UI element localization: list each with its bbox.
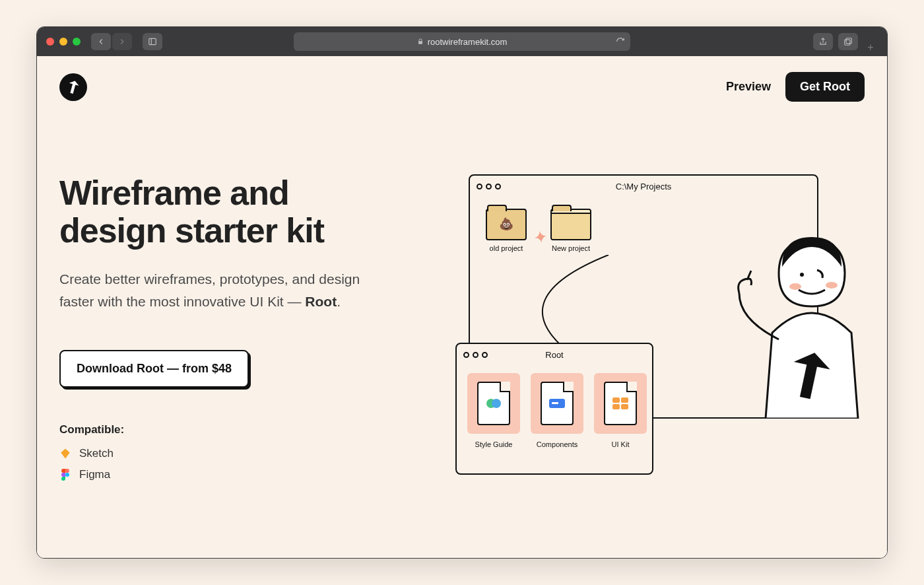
file-ui-kit: UI Kit	[594, 373, 647, 450]
compat-sketch: Sketch	[59, 447, 429, 460]
maximize-icon[interactable]	[73, 38, 81, 46]
get-root-button[interactable]: Get Root	[785, 72, 865, 102]
site-header: Preview Get Root	[59, 72, 865, 102]
svg-point-6	[789, 283, 801, 290]
folder-new: New project	[546, 209, 595, 252]
compatible-heading: Compatible:	[59, 423, 429, 436]
sidebar-toggle-icon[interactable]	[143, 33, 162, 50]
svg-rect-0	[149, 38, 156, 44]
safari-window: rootwireframekit.com + Preview Get Root	[36, 26, 888, 559]
preview-link[interactable]: Preview	[726, 80, 771, 94]
hero-title: Wireframe and design starter kit	[59, 174, 429, 250]
reload-icon[interactable]	[616, 37, 625, 46]
hero-title-line1: Wireframe and	[59, 174, 289, 212]
back-button[interactable]	[91, 33, 111, 50]
illus-window-root: Root Style Guide Components	[455, 343, 653, 475]
illus-window2-title: Root	[545, 350, 563, 360]
browser-chrome: rootwireframekit.com +	[37, 27, 887, 56]
traffic-lights	[46, 38, 81, 46]
svg-point-7	[826, 282, 838, 289]
compatible-section: Compatible: Sketch	[59, 423, 429, 481]
url-text: rootwireframekit.com	[428, 37, 508, 47]
tabs-icon[interactable]	[838, 33, 858, 50]
forward-button[interactable]	[112, 33, 132, 50]
file-components: Components	[531, 373, 583, 450]
close-icon[interactable]	[46, 38, 54, 46]
illus-window1-title: C:\My Projects	[616, 182, 672, 191]
brand-logo[interactable]	[59, 73, 87, 101]
svg-rect-3	[845, 40, 850, 45]
character-illustration	[733, 214, 888, 419]
poop-icon: 💩	[499, 217, 513, 231]
svg-point-5	[800, 273, 804, 277]
new-tab-icon[interactable]: +	[863, 27, 878, 56]
folder-old: 💩 old project	[482, 209, 531, 252]
sketch-icon	[59, 448, 71, 460]
figma-icon	[59, 469, 71, 481]
address-bar[interactable]: rootwireframekit.com	[294, 32, 630, 51]
compat-figma: Figma	[59, 468, 429, 481]
hero-subtitle: Create better wireframes, prototypes, an…	[59, 268, 389, 312]
svg-point-4	[65, 473, 69, 477]
lock-icon	[417, 38, 424, 45]
hero-illustration: C:\My Projects 💩 old project New project…	[455, 174, 865, 504]
page-content: Preview Get Root Wireframe and design st…	[37, 56, 887, 558]
share-icon[interactable]	[813, 33, 833, 50]
download-button[interactable]: Download Root — from $48	[59, 350, 249, 388]
svg-rect-2	[846, 38, 851, 44]
file-style-guide: Style Guide	[467, 373, 520, 450]
minimize-icon[interactable]	[59, 38, 67, 46]
hero-title-line2: design starter kit	[59, 211, 324, 250]
